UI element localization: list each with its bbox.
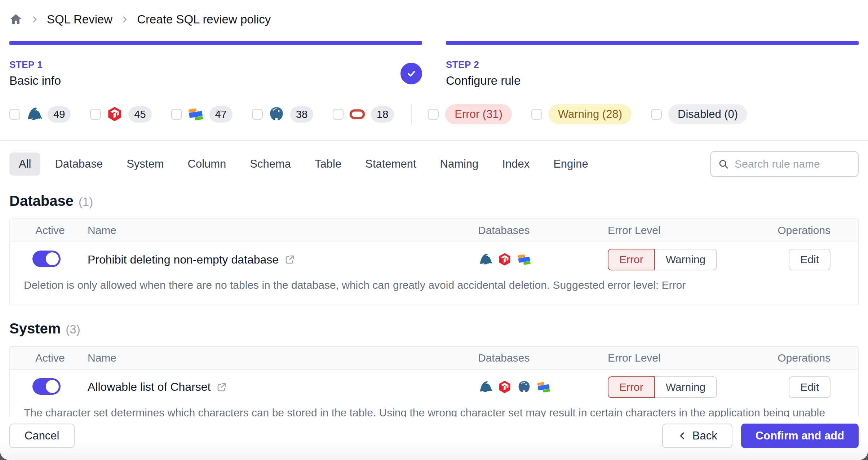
rule-active-toggle[interactable] xyxy=(32,378,61,395)
step-2: STEP 2 Configure rule xyxy=(446,41,859,88)
category-tabs: AllDatabaseSystemColumnSchemaTableStatem… xyxy=(9,152,603,176)
chevron-left-icon xyxy=(677,431,687,441)
checkbox[interactable] xyxy=(531,109,542,120)
breadcrumb-current-page: Create SQL review policy xyxy=(137,13,271,26)
back-button[interactable]: Back xyxy=(662,424,732,448)
rule-row: Prohibit deleting non-empty databaseErro… xyxy=(10,242,858,277)
checkbox[interactable] xyxy=(252,109,263,120)
tab-engine[interactable]: Engine xyxy=(544,152,598,176)
section-divider xyxy=(0,140,868,141)
rule-row: Allowable list of CharsetErrorWarningEdi… xyxy=(10,370,858,404)
step-1: STEP 1 Basic info xyxy=(9,41,422,88)
engine-rule-count: 49 xyxy=(48,106,71,123)
tab-schema[interactable]: Schema xyxy=(240,152,300,176)
section-title: Database xyxy=(9,193,74,209)
checkbox[interactable] xyxy=(333,109,344,120)
column-header-error-level: Error Level xyxy=(598,352,750,364)
search-rule-input[interactable] xyxy=(735,158,851,170)
search-icon xyxy=(718,159,729,169)
rule-active-toggle[interactable] xyxy=(32,251,61,267)
error-level-selector: ErrorWarning xyxy=(598,249,750,270)
error-level-warning-button[interactable]: Warning xyxy=(655,376,717,398)
tab-system[interactable]: System xyxy=(117,152,173,176)
error-level-error-button[interactable]: Error xyxy=(608,376,655,398)
tidb-icon xyxy=(497,380,512,394)
step-indicator: STEP 1 Basic info STEP 2 Configure rule xyxy=(0,41,868,88)
step-2-title: Configure rule xyxy=(446,74,521,88)
rule-name: Prohibit deleting non-empty database xyxy=(88,253,279,266)
level-filter-error[interactable]: Error (31) xyxy=(428,104,512,124)
error-level-warning-button[interactable]: Warning xyxy=(655,249,717,270)
mysql-icon xyxy=(478,252,492,267)
oceanbase-icon xyxy=(517,252,531,267)
filter-divider xyxy=(411,104,412,124)
oceanbase-icon xyxy=(536,380,551,394)
cancel-button[interactable]: Cancel xyxy=(9,424,75,448)
engine-rule-count: 47 xyxy=(209,106,232,123)
step-1-progress-bar xyxy=(9,41,422,45)
rule-database-icons xyxy=(469,252,598,267)
level-pill-error: Error (31) xyxy=(445,104,512,124)
engine-filter-oceanbase[interactable]: 47 xyxy=(171,106,232,123)
checkbox[interactable] xyxy=(171,109,182,120)
tidb-icon xyxy=(106,106,123,123)
back-button-label: Back xyxy=(692,429,717,442)
rule-name: Allowable list of Charset xyxy=(88,380,211,394)
checkbox[interactable] xyxy=(651,109,662,120)
rule-sections: Database(1)ActiveNameDatabasesError Leve… xyxy=(0,193,868,450)
level-pill-warning: Warning (28) xyxy=(549,104,632,124)
checkbox[interactable] xyxy=(9,109,20,120)
column-header-databases: Databases xyxy=(469,352,598,364)
create-sql-review-policy-page: SQL Review Create SQL review policy STEP… xyxy=(0,0,868,460)
tab-column[interactable]: Column xyxy=(178,152,236,176)
step-1-label: STEP 1 xyxy=(9,59,61,70)
confirm-and-add-button[interactable]: Confirm and add xyxy=(741,424,859,448)
engine-filter-oracle[interactable]: 18 xyxy=(333,106,394,123)
column-header-operations: Operations xyxy=(750,224,858,236)
table-header-row: ActiveNameDatabasesError LevelOperations xyxy=(10,219,858,242)
chevron-right-icon xyxy=(30,15,39,24)
section-rule-count: (3) xyxy=(66,323,80,336)
tab-index[interactable]: Index xyxy=(493,152,539,176)
step-complete-check-icon xyxy=(400,63,422,84)
level-filter-warning[interactable]: Warning (28) xyxy=(531,104,632,124)
column-header-databases: Databases xyxy=(469,224,598,236)
rule-description: Deletion is only allowed when there are … xyxy=(10,277,858,305)
mysql-icon xyxy=(478,380,492,394)
breadcrumb: SQL Review Create SQL review policy xyxy=(0,0,868,28)
level-filter-disabled[interactable]: Disabled (0) xyxy=(651,104,747,124)
edit-rule-button[interactable]: Edit xyxy=(789,376,831,398)
section-title: System xyxy=(9,320,61,337)
engine-filter-mysql[interactable]: 49 xyxy=(9,106,71,123)
section-heading: System(3) xyxy=(0,320,868,337)
step-2-progress-bar xyxy=(446,41,859,45)
search-rule-box[interactable] xyxy=(710,151,859,177)
rule-database-icons xyxy=(469,380,598,394)
tab-database[interactable]: Database xyxy=(45,152,112,176)
error-level-error-button[interactable]: Error xyxy=(608,249,655,270)
column-header-active: Active xyxy=(10,352,88,364)
tab-table[interactable]: Table xyxy=(305,152,351,176)
checkbox[interactable] xyxy=(90,109,101,120)
oracle-icon xyxy=(349,106,366,123)
postgresql-icon xyxy=(268,106,285,123)
tab-statement[interactable]: Statement xyxy=(356,152,425,176)
filter-bar: 4945473818Error (31)Warning (28)Disabled… xyxy=(0,104,868,124)
error-level-selector: ErrorWarning xyxy=(598,376,750,398)
home-icon[interactable] xyxy=(9,13,22,26)
footer-action-bar: Cancel Back Confirm and add xyxy=(0,417,868,460)
tab-all[interactable]: All xyxy=(9,152,40,176)
edit-rule-button[interactable]: Edit xyxy=(789,249,831,270)
external-link-icon[interactable] xyxy=(284,254,295,265)
column-header-name: Name xyxy=(88,352,469,364)
engine-filter-postgresql[interactable]: 38 xyxy=(252,106,313,123)
breadcrumb-sql-review[interactable]: SQL Review xyxy=(47,13,112,26)
column-header-active: Active xyxy=(10,224,88,236)
level-pill-disabled: Disabled (0) xyxy=(668,104,747,124)
tab-naming[interactable]: Naming xyxy=(431,152,488,176)
engine-filter-tidb[interactable]: 45 xyxy=(90,106,151,123)
section-heading: Database(1) xyxy=(0,193,868,209)
checkbox[interactable] xyxy=(428,109,439,120)
section-rule-count: (1) xyxy=(79,195,93,209)
external-link-icon[interactable] xyxy=(216,382,227,393)
